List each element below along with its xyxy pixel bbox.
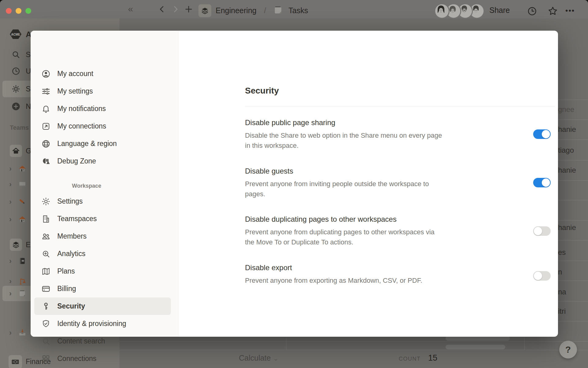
chevron-right-icon[interactable]: ›: [9, 278, 12, 285]
gear-icon[interactable]: [11, 84, 21, 94]
toggle-disable-guests[interactable]: [533, 178, 551, 187]
table-column-header-fragment[interactable]: gnee: [558, 105, 574, 114]
crane-emoji-icon[interactable]: [18, 277, 26, 285]
notepad-emoji-icon[interactable]: [18, 289, 26, 297]
table-cell-fragment[interactable]: tiago: [558, 146, 574, 155]
more-options-icon[interactable]: •••: [565, 7, 575, 14]
dialog-item-billing[interactable]: Billing: [34, 280, 171, 297]
sidebar-new-page-fragment[interactable]: N: [26, 102, 31, 111]
sidebar-updates-fragment[interactable]: U: [26, 67, 31, 75]
house-emoji-icon[interactable]: [18, 215, 26, 223]
dialog-item-my-settings[interactable]: My settings: [34, 82, 171, 100]
dialog-item-my-notifications[interactable]: My notifications: [34, 100, 171, 117]
inbox-emoji-icon[interactable]: [18, 329, 26, 337]
dialog-item-analytics[interactable]: Analytics: [34, 245, 171, 263]
chevron-right-icon[interactable]: ›: [9, 198, 12, 205]
search-icon: [41, 337, 51, 346]
count-value: 15: [428, 353, 437, 363]
table-cell-fragment[interactable]: itri: [558, 307, 566, 316]
table-cell-fragment[interactable]: hanie: [558, 166, 576, 174]
new-tab-icon[interactable]: [184, 5, 193, 13]
dialog-item-label: Content search: [57, 337, 105, 345]
breadcrumb-teamspace[interactable]: Engineering: [216, 6, 256, 15]
dialog-item-debug-zone[interactable]: Debug Zone: [34, 152, 171, 170]
dialog-item-my-account[interactable]: My account: [34, 65, 171, 82]
shield-check-icon: [41, 319, 51, 328]
table-cell-fragment[interactable]: hanie: [558, 223, 576, 232]
calculate-button[interactable]: Calculate ⌄: [239, 354, 279, 362]
general-teamspace-icon-box[interactable]: [10, 145, 22, 157]
toggle-disable-export[interactable]: [533, 271, 551, 281]
chevron-right-icon[interactable]: ›: [9, 165, 12, 172]
chevron-right-icon[interactable]: ›: [9, 257, 12, 265]
table-cell-fragment[interactable]: n: [558, 268, 562, 276]
help-button[interactable]: ?: [559, 341, 577, 358]
dialog-item-teamspaces[interactable]: Teamspaces: [34, 210, 171, 228]
count-label: COUNT: [399, 356, 421, 362]
gear-icon: [41, 197, 51, 206]
board-emoji-icon[interactable]: [18, 180, 26, 188]
engineering-teamspace-icon[interactable]: [198, 4, 211, 17]
pencil-emoji-icon[interactable]: [18, 198, 26, 206]
window-zoom-button[interactable]: [25, 8, 31, 14]
notebook-emoji-icon[interactable]: [18, 257, 26, 265]
dialog-item-label: Billing: [57, 285, 76, 293]
sidebar-settings-fragment[interactable]: S: [26, 85, 31, 93]
arrow-up-right-box-icon: [41, 122, 51, 131]
dialog-item-members[interactable]: Members: [34, 228, 171, 245]
workspace-logo[interactable]: ACME: [10, 29, 21, 39]
section-divider: [245, 106, 555, 106]
money-bill-icon: [11, 358, 19, 366]
tasks-page-icon: [273, 5, 283, 15]
table-cell-fragment[interactable]: na: [558, 288, 566, 296]
window-minimize-button[interactable]: [16, 8, 21, 14]
new-page-icon[interactable]: [11, 102, 21, 111]
chevron-right-icon[interactable]: ›: [9, 329, 12, 336]
dialog-item-label: Settings: [57, 197, 83, 205]
building-icon: [41, 214, 51, 224]
sidebar-search-fragment[interactable]: S: [26, 50, 31, 59]
back-icon[interactable]: [158, 5, 166, 13]
table-cell-fragment[interactable]: hanie: [558, 125, 576, 134]
finance-teamspace-icon-box[interactable]: [9, 355, 22, 368]
table-cell-fragment[interactable]: es: [558, 248, 566, 257]
updates-clock-icon[interactable]: [527, 6, 537, 16]
engineering-teamspace-icon-box[interactable]: [10, 239, 22, 251]
dialog-item-label: Members: [57, 232, 87, 240]
dialog-item-content-search[interactable]: Content search: [34, 332, 171, 350]
dialog-item-label: Language & region: [57, 140, 117, 148]
dialog-item-label: Debug Zone: [57, 157, 96, 165]
dialog-item-label: Analytics: [57, 250, 85, 258]
dialog-item-connections[interactable]: Connections: [34, 350, 171, 367]
breadcrumb-separator: /: [264, 6, 266, 15]
breadcrumb-page[interactable]: Tasks: [288, 6, 308, 15]
dialog-item-settings[interactable]: Settings: [34, 193, 171, 210]
dialog-item-identity-provisioning[interactable]: Identity & provisioning: [34, 315, 171, 332]
favorite-star-icon[interactable]: [548, 6, 558, 16]
user-circle-icon: [41, 69, 51, 79]
setting-description: Disable the Share to web option in the S…: [245, 130, 443, 151]
house-emoji-icon[interactable]: [18, 165, 26, 173]
dialog-item-label: Security: [57, 302, 85, 310]
avatar[interactable]: [434, 3, 450, 19]
window-close-button[interactable]: [6, 8, 12, 14]
dialog-item-plans[interactable]: Plans: [34, 263, 171, 280]
dialog-item-language-region[interactable]: Language & region: [34, 135, 171, 152]
table-tag-pill: [446, 345, 505, 349]
chevron-right-icon[interactable]: ›: [9, 290, 12, 297]
toggle-public-sharing[interactable]: [533, 129, 551, 139]
updates-icon[interactable]: [11, 67, 21, 76]
chevron-right-icon[interactable]: ›: [9, 181, 12, 188]
forward-icon[interactable]: [172, 5, 179, 13]
dialog-item-security[interactable]: Security: [34, 297, 171, 315]
chevron-right-icon[interactable]: ›: [9, 216, 12, 223]
toggle-disable-duplicating[interactable]: [533, 226, 551, 236]
search-icon[interactable]: [11, 50, 21, 59]
svg-text:ACME: ACME: [11, 33, 20, 36]
engineering-teamspace-fragment[interactable]: E: [26, 240, 31, 249]
setting-row-disable-guests: Disable guests Prevent anyone from invit…: [245, 167, 478, 199]
sidebar-collapse-icon[interactable]: «: [128, 4, 133, 13]
layers-icon: [12, 241, 20, 249]
share-button[interactable]: Share: [489, 6, 510, 15]
dialog-item-my-connections[interactable]: My connections: [34, 117, 171, 135]
